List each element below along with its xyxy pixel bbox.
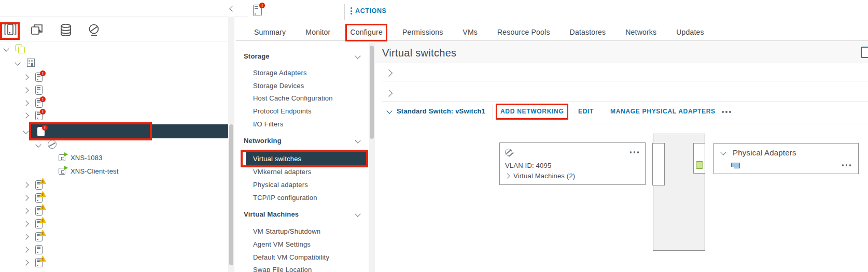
vlan-id-label: VLAN ID: 4095 <box>505 162 551 169</box>
nav-section-networking[interactable]: Networking <box>244 137 282 145</box>
chevron-right-icon[interactable] <box>23 87 29 93</box>
chevron-right-icon[interactable] <box>23 182 29 188</box>
tree-row-host[interactable] <box>24 73 43 82</box>
chevron-down-icon[interactable] <box>386 108 392 113</box>
physical-adapters-card[interactable]: Physical Adapters <box>713 143 859 174</box>
more-actions-icon[interactable] <box>722 111 731 113</box>
tree-row-resource-pool[interactable] <box>36 140 57 149</box>
chevron-down-icon[interactable] <box>35 141 41 147</box>
tab-datastores[interactable]: Datastores <box>569 27 607 37</box>
chevron-right-icon[interactable] <box>23 74 29 80</box>
chevron-down-icon[interactable] <box>23 128 29 134</box>
chevron-down-icon[interactable] <box>15 60 20 65</box>
nav-item-swap-file[interactable]: Swap File Location <box>253 266 312 272</box>
manage-physical-adapters-button[interactable]: MANAGE PHYSICAL ADAPTERS <box>610 108 716 115</box>
tree-row-host[interactable] <box>24 111 43 120</box>
tree-row-host[interactable] <box>24 85 43 95</box>
nav-item-host-cache[interactable]: Host Cache Configuration <box>253 94 333 102</box>
hosts-clusters-icon[interactable] <box>4 23 17 36</box>
warning-badge-icon <box>39 204 46 210</box>
tree-row-host[interactable] <box>24 245 43 254</box>
chevron-down-icon[interactable] <box>720 149 726 155</box>
tab-monitor[interactable]: Monitor <box>304 27 331 37</box>
tab-networks[interactable]: Networks <box>624 27 657 37</box>
tree-row-host[interactable] <box>24 193 43 203</box>
vswitch-portgroup-port <box>652 143 665 185</box>
chevron-right-icon[interactable] <box>23 195 29 201</box>
port-group-more-icon[interactable] <box>630 151 639 153</box>
collapse-panel-icon[interactable] <box>229 6 235 11</box>
tab-configure[interactable]: Configure <box>349 27 384 37</box>
tab-updates[interactable]: Updates <box>675 27 705 37</box>
chevron-down-icon[interactable] <box>3 46 9 51</box>
tree-row-host[interactable] <box>24 258 43 267</box>
storage-icon[interactable] <box>59 23 73 37</box>
virtual-machines-expander[interactable]: Virtual Machines (2) <box>513 172 575 180</box>
host-icon <box>35 193 43 203</box>
host-icon <box>37 127 45 136</box>
nav-scrollbar-thumb[interactable] <box>370 46 374 139</box>
chevron-right-icon[interactable] <box>23 208 29 213</box>
vcenter-icon <box>16 45 25 53</box>
tree-row-vm[interactable]: XNS-Client-test <box>59 167 119 175</box>
tree-row-host[interactable] <box>24 206 43 216</box>
chevron-right-icon[interactable] <box>23 112 29 118</box>
chevron-down-icon[interactable] <box>355 137 360 143</box>
nav-item-default-vm-compat[interactable]: Default VM Compatibility <box>253 253 329 261</box>
tree-row-host[interactable] <box>24 180 43 190</box>
partial-action-button[interactable] <box>861 47 868 58</box>
tab-vms[interactable]: VMs <box>461 27 479 37</box>
inventory-tabs <box>0 21 228 40</box>
tab-summary[interactable]: Summary <box>253 27 287 37</box>
chevron-right-icon[interactable] <box>23 247 29 252</box>
chevron-down-icon[interactable] <box>355 211 360 217</box>
warning-badge-icon <box>39 230 46 236</box>
vswitch-label[interactable]: Standard Switch: vSwitch1 <box>397 107 485 115</box>
nav-section-storage[interactable]: Storage <box>244 52 270 60</box>
add-networking-button[interactable]: ADD NETWORKING <box>500 108 564 115</box>
edit-button[interactable]: EDIT <box>578 108 594 115</box>
host-icon <box>35 232 43 241</box>
tab-resource-pools[interactable]: Resource Pools <box>496 27 551 37</box>
tree-row-host[interactable] <box>24 98 43 108</box>
tree-row-host[interactable] <box>24 232 43 241</box>
chevron-right-icon[interactable] <box>23 100 29 106</box>
vms-templates-icon[interactable] <box>31 24 44 36</box>
nav-item-tcpip-configuration[interactable]: TCP/IP configuration <box>253 194 317 202</box>
chevron-right-icon[interactable] <box>23 260 29 265</box>
nav-item-protocol-endpoints[interactable]: Protocol Endpoints <box>253 107 312 115</box>
nav-section-virtual-machines[interactable]: Virtual Machines <box>244 210 299 218</box>
nav-item-physical-adapters[interactable]: Physical adapters <box>253 181 308 189</box>
actions-button[interactable]: ACTIONS <box>351 7 386 15</box>
tree-scrollbar-thumb[interactable] <box>229 124 233 265</box>
tree-row-datacenter[interactable] <box>16 59 35 67</box>
host-icon <box>35 245 43 254</box>
host-icon <box>35 73 43 82</box>
nav-item-virtual-switches-selected[interactable]: Virtual switches <box>246 152 366 165</box>
chevron-down-icon[interactable] <box>355 53 360 59</box>
tree-row-host-selected[interactable] <box>31 124 228 138</box>
tree-row-vcenter[interactable] <box>4 45 25 53</box>
vswitch-uplink-port <box>693 143 705 174</box>
physical-adapters-more-icon[interactable] <box>842 164 851 166</box>
port-group-card[interactable]: VLAN ID: 4095 Virtual Machines (2) <box>499 142 646 185</box>
vm-icon <box>59 168 65 175</box>
chevron-right-icon[interactable] <box>23 234 29 239</box>
nav-item-agent-vm[interactable]: Agent VM Settings <box>253 240 311 248</box>
nav-item-vm-startup[interactable]: VM Startup/Shutdown <box>253 227 320 235</box>
nav-item-vmkernel-adapters[interactable]: VMkernel adapters <box>253 168 312 176</box>
switch-expander-icon[interactable] <box>385 69 393 77</box>
tree-row-host[interactable] <box>24 219 43 228</box>
nav-item-storage-adapters[interactable]: Storage Adapters <box>253 69 307 77</box>
vm-icon <box>59 154 65 161</box>
chevron-right-icon[interactable] <box>505 174 510 179</box>
networks-icon[interactable] <box>87 23 101 37</box>
nav-item-storage-devices[interactable]: Storage Devices <box>253 82 304 90</box>
chevron-right-icon[interactable] <box>23 221 29 226</box>
tree-row-vm[interactable]: XNS-1083 <box>59 154 103 162</box>
header-divider <box>0 17 248 17</box>
switch-expander-icon[interactable] <box>385 90 393 97</box>
vm-label: XNS-Client-test <box>71 167 119 175</box>
nav-item-io-filters[interactable]: I/O Filters <box>253 120 284 128</box>
tab-permissions[interactable]: Permissions <box>401 27 444 37</box>
